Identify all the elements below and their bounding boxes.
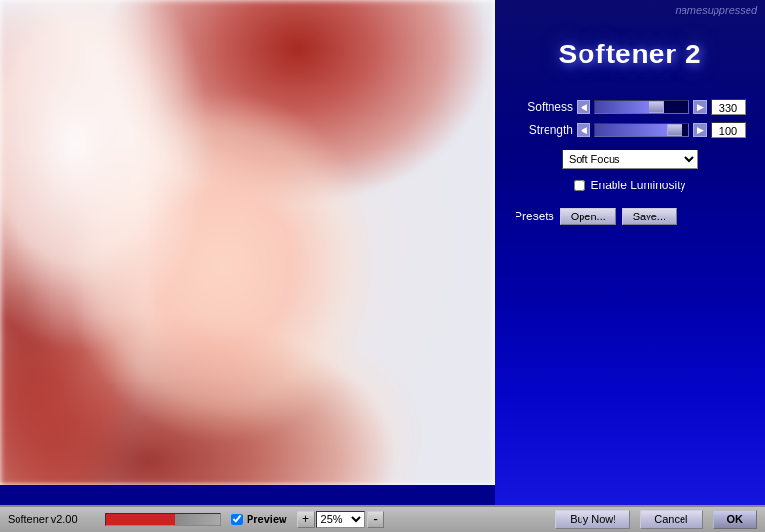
preview-label: Preview — [247, 514, 287, 525]
strength-fill — [595, 124, 675, 136]
open-preset-button[interactable]: Open... — [560, 208, 616, 225]
mode-dropdown[interactable]: Soft Focus Glow Diffuse Blur — [562, 150, 698, 169]
strength-label: Strength — [515, 123, 573, 137]
cancel-button[interactable]: Cancel — [640, 510, 702, 529]
control-panel: namesuppressed Softener 2 Softness ◀ ▶ 3… — [495, 0, 765, 505]
softness-label: Softness — [515, 100, 573, 114]
preview-image — [0, 0, 495, 485]
strength-track[interactable] — [594, 123, 689, 137]
softness-value[interactable]: 330 — [711, 99, 746, 115]
strength-thumb[interactable] — [667, 124, 682, 136]
watermark-text: namesuppressed — [676, 4, 757, 16]
zoom-select[interactable]: 10% 25% 50% 75% 100% — [316, 511, 365, 528]
luminosity-label: Enable Luminosity — [590, 179, 685, 192]
strength-row: Strength ◀ ▶ 100 — [515, 122, 746, 138]
ok-button[interactable]: OK — [713, 510, 758, 529]
progress-bar — [105, 513, 221, 526]
save-preset-button[interactable]: Save... — [622, 208, 677, 225]
strength-right-arrow[interactable]: ▶ — [693, 123, 707, 137]
presets-row: Presets Open... Save... — [515, 208, 746, 225]
zoom-section: + 10% 25% 50% 75% 100% - — [297, 511, 384, 528]
softness-thumb[interactable] — [649, 101, 664, 113]
zoom-minus-button[interactable]: - — [367, 511, 384, 528]
buy-now-button[interactable]: Buy Now! — [555, 510, 630, 529]
preview-checkbox[interactable] — [231, 514, 243, 525]
softness-right-arrow[interactable]: ▶ — [693, 100, 707, 114]
bottom-bar: Softener v2.00 Preview + 10% 25% 50% 75%… — [0, 505, 765, 532]
presets-label: Presets — [515, 210, 554, 223]
softness-track[interactable] — [594, 100, 689, 114]
progress-fill — [106, 514, 220, 525]
luminosity-row: Enable Luminosity — [515, 179, 746, 192]
preview-section: Preview — [231, 514, 287, 525]
controls-section: Softness ◀ ▶ 330 Strength ◀ ▶ 100 — [515, 99, 746, 225]
zoom-plus-button[interactable]: + — [297, 511, 315, 528]
softness-row: Softness ◀ ▶ 330 — [515, 99, 746, 115]
softness-left-arrow[interactable]: ◀ — [577, 100, 590, 114]
mode-dropdown-row: Soft Focus Glow Diffuse Blur — [515, 150, 746, 169]
luminosity-checkbox[interactable] — [574, 180, 585, 191]
strength-left-arrow[interactable]: ◀ — [577, 123, 590, 137]
plugin-title: Softener 2 — [559, 39, 702, 70]
strength-value[interactable]: 100 — [711, 122, 746, 138]
version-label: Softener v2.00 — [8, 514, 95, 525]
softness-fill — [595, 101, 656, 113]
image-panel — [0, 0, 495, 485]
